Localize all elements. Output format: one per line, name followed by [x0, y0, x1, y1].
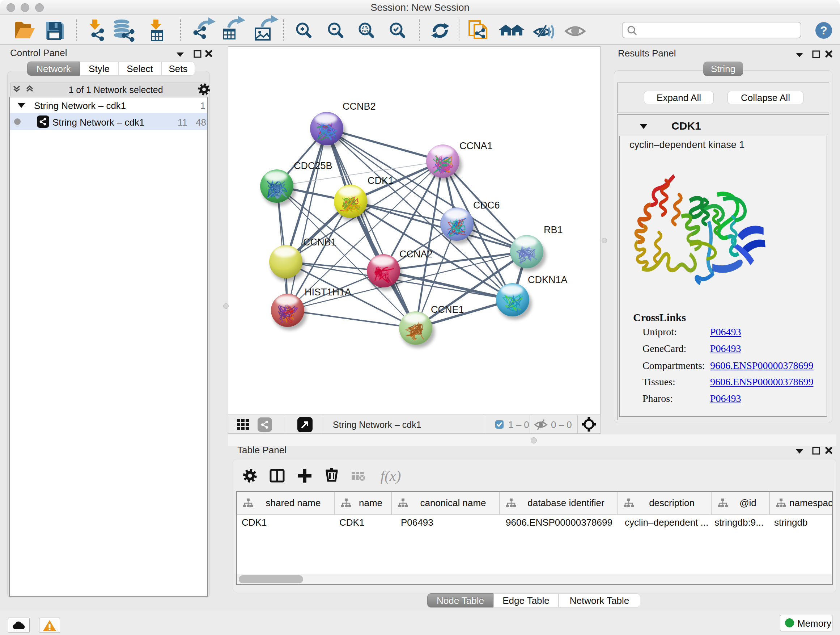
svg-text:f(x): f(x): [381, 467, 401, 484]
svg-text:CCNB2: CCNB2: [343, 101, 376, 112]
svg-text:CCNA2: CCNA2: [399, 249, 433, 260]
svg-text:HIST1H1A: HIST1H1A: [305, 287, 351, 298]
svg-text:CDC6: CDC6: [473, 200, 500, 211]
svg-text:CCNE1: CCNE1: [431, 304, 464, 315]
svg-text:CDK1: CDK1: [368, 175, 393, 186]
svg-text:CDC25B: CDC25B: [294, 160, 332, 171]
svg-text:CDKN1A: CDKN1A: [528, 274, 568, 285]
svg-text:RB1: RB1: [544, 225, 563, 235]
svg-text:CCNB1: CCNB1: [303, 237, 336, 248]
svg-text:CCNA1: CCNA1: [459, 141, 493, 151]
